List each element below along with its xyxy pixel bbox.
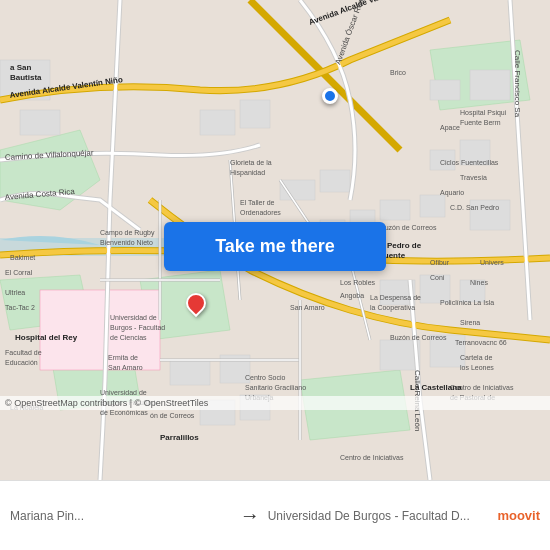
svg-text:Parralillos: Parralillos	[160, 433, 199, 442]
svg-text:la Cooperativa: la Cooperativa	[370, 304, 415, 312]
svg-text:Bakimet: Bakimet	[10, 254, 35, 261]
svg-text:a San: a San	[10, 63, 31, 72]
svg-text:Angoba: Angoba	[340, 292, 364, 300]
svg-text:de Ciencias: de Ciencias	[110, 334, 147, 341]
to-label: Universidad De Burgos - Facultad D...	[268, 509, 490, 523]
svg-text:Facultad de: Facultad de	[5, 349, 42, 356]
svg-rect-14	[420, 195, 445, 217]
svg-text:Cartela de: Cartela de	[460, 354, 492, 361]
svg-text:La Despensa de: La Despensa de	[370, 294, 421, 302]
svg-text:Ermita de: Ermita de	[108, 354, 138, 361]
svg-text:Brico: Brico	[390, 69, 406, 76]
svg-text:Hospital del Rey: Hospital del Rey	[15, 333, 78, 342]
svg-text:San Amaro: San Amaro	[290, 304, 325, 311]
arrow-icon: →	[240, 504, 260, 527]
svg-text:Tac-Tac 2: Tac-Tac 2	[5, 304, 35, 311]
svg-text:Aquario: Aquario	[440, 189, 464, 197]
svg-text:Policlínica La Isla: Policlínica La Isla	[440, 299, 494, 306]
svg-text:El Taller de: El Taller de	[240, 199, 275, 206]
svg-text:Nines: Nines	[470, 279, 488, 286]
svg-text:Terranovacnc 66: Terranovacnc 66	[455, 339, 507, 346]
svg-text:Univers: Univers	[480, 259, 504, 266]
svg-text:San Amaro: San Amaro	[108, 364, 143, 371]
destination-marker	[186, 293, 206, 313]
svg-text:de Económicas: de Económicas	[100, 409, 148, 416]
svg-text:Educación: Educación	[5, 359, 38, 366]
svg-text:Universidad de: Universidad de	[100, 389, 147, 396]
map-container: Avenida Alcalde Valentín Niño Camino de …	[0, 0, 550, 480]
svg-rect-9	[430, 80, 460, 100]
moovit-logo: moovit	[497, 508, 540, 523]
svg-rect-23	[200, 110, 235, 135]
svg-text:El Corral: El Corral	[5, 269, 33, 276]
from-label: Mariana Pin...	[10, 509, 232, 523]
svg-text:Hispanidad: Hispanidad	[230, 169, 265, 177]
svg-text:Ultrlea: Ultrlea	[5, 289, 25, 296]
from-section: Mariana Pin...	[10, 509, 232, 523]
take-me-there-button[interactable]: Take me there	[164, 222, 386, 271]
svg-text:Calle Francisco Sa: Calle Francisco Sa	[513, 50, 522, 118]
svg-text:Hospital Psiqui: Hospital Psiqui	[460, 109, 507, 117]
svg-text:Ciclos Fuentecillas: Ciclos Fuentecillas	[440, 159, 499, 166]
svg-text:Sanitario Graciliano: Sanitario Graciliano	[245, 384, 306, 391]
svg-text:C.D. San Pedro: C.D. San Pedro	[450, 204, 499, 211]
svg-text:Coni: Coni	[430, 274, 445, 281]
copyright-bar: © OpenStreetMap contributors | © OpenStr…	[0, 396, 550, 410]
svg-text:Burgos - Facultad: Burgos - Facultad	[110, 324, 165, 332]
to-section: Universidad De Burgos - Facultad D...	[268, 509, 490, 523]
svg-rect-10	[470, 70, 510, 100]
svg-text:Bautista: Bautista	[10, 73, 42, 82]
svg-text:Sirena: Sirena	[460, 319, 480, 326]
svg-text:Los Robles: Los Robles	[340, 279, 376, 286]
svg-rect-22	[20, 110, 60, 135]
svg-rect-26	[320, 170, 350, 192]
svg-text:Bienvenido Nieto: Bienvenido Nieto	[100, 239, 153, 246]
svg-text:Universidad de: Universidad de	[110, 314, 157, 321]
moovit-text: moovit	[497, 508, 540, 523]
svg-text:Fuente Berm: Fuente Berm	[460, 119, 501, 126]
svg-text:Buzón de Correos: Buzón de Correos	[380, 224, 437, 231]
svg-text:Campo de Rugby: Campo de Rugby	[100, 229, 155, 237]
svg-text:ón de Correos: ón de Correos	[150, 412, 195, 419]
svg-text:Glorieta de la: Glorieta de la	[230, 159, 272, 166]
svg-text:Centro Socio: Centro Socio	[245, 374, 286, 381]
svg-rect-24	[240, 100, 270, 128]
svg-text:Ofibur: Ofibur	[430, 259, 450, 266]
bottom-bar: Mariana Pin... → Universidad De Burgos -…	[0, 480, 550, 550]
svg-text:Ordenadores: Ordenadores	[240, 209, 281, 216]
origin-marker	[322, 88, 338, 104]
svg-text:La Castellana: La Castellana	[410, 383, 462, 392]
svg-text:Apace: Apace	[440, 124, 460, 132]
svg-rect-29	[170, 360, 210, 385]
svg-text:Buzón de Correos: Buzón de Correos	[390, 334, 447, 341]
svg-text:los Leones: los Leones	[460, 364, 494, 371]
svg-text:Centro de Iniciativas: Centro de Iniciativas	[340, 454, 404, 461]
svg-rect-13	[380, 200, 410, 220]
svg-text:Travesía: Travesía	[460, 174, 487, 181]
